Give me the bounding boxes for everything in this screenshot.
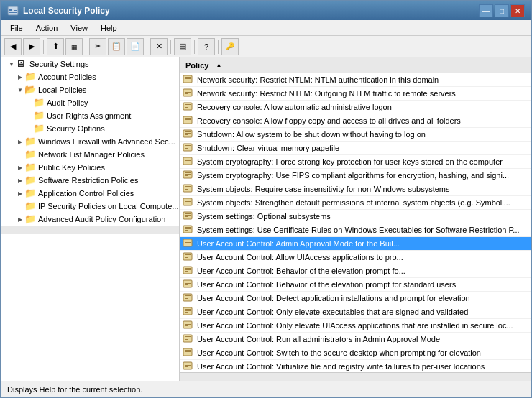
- menu-help[interactable]: Help: [95, 22, 123, 34]
- right-scrollbar-h[interactable]: [180, 372, 531, 381]
- forward-button[interactable]: ▶: [23, 38, 40, 55]
- policy-row-text: System cryptography: Force strong key pr…: [197, 157, 503, 166]
- tree-item-advaudit[interactable]: ▶ 📁 Advanced Audit Policy Configuration: [1, 213, 179, 226]
- svg-rect-76: [185, 312, 188, 313]
- policy-row[interactable]: System cryptography: Use FIPS compliant …: [180, 169, 531, 182]
- policy-row[interactable]: Shutdown: Clear virtual memory pagefile: [180, 142, 531, 155]
- policy-row[interactable]: Recovery console: Allow floppy copy and …: [180, 114, 531, 128]
- tree-item-softrestrict[interactable]: ▶ 📁 Software Restriction Policies: [1, 174, 179, 187]
- tree-item-local-policies[interactable]: ▼ 📂 Local Policies: [1, 83, 179, 96]
- policy-row[interactable]: Network security: Restrict NTLM: Outgoin…: [180, 87, 531, 101]
- tree-item-account-policies[interactable]: ▶ 📁 Account Policies: [1, 70, 179, 83]
- policy-row[interactable]: User Account Control: Only elevate UIAcc…: [180, 319, 531, 333]
- policy-row-text: System cryptography: Use FIPS compliant …: [197, 171, 509, 180]
- left-scrollbar-h[interactable]: [1, 226, 179, 234]
- policy-row-icon: [183, 347, 194, 358]
- up-button[interactable]: ⬆: [47, 38, 64, 55]
- back-button[interactable]: ◀: [4, 38, 22, 55]
- maximize-button[interactable]: □: [495, 4, 509, 17]
- expand-icon-security: ▼: [7, 60, 16, 68]
- tree-item-user-rights[interactable]: ▶ 📁 User Rights Assignment: [1, 109, 179, 122]
- svg-rect-84: [185, 339, 188, 340]
- svg-rect-72: [185, 298, 188, 299]
- toolbar: ◀ ▶ ⬆ ▦ ✂ 📋 📄 ✕ ▤ ? 🔑: [1, 36, 531, 57]
- policy-row[interactable]: User Account Control: Admin Approval Mod…: [180, 237, 531, 251]
- menu-action[interactable]: Action: [30, 22, 64, 34]
- menu-file[interactable]: File: [4, 22, 29, 34]
- svg-rect-23: [185, 133, 191, 134]
- folder-icon-advaudit: 📁: [24, 213, 36, 225]
- main-window: Local Security Policy — □ ✕ File Action …: [0, 0, 532, 398]
- policy-row[interactable]: User Account Control: Run all administra…: [180, 333, 531, 346]
- properties-button[interactable]: ▤: [174, 38, 191, 55]
- menu-view[interactable]: View: [65, 22, 93, 34]
- title-bar-left: Local Security Policy: [7, 5, 110, 17]
- policy-row[interactable]: Network security: Restrict NTLM: NTLM au…: [180, 73, 531, 87]
- svg-rect-86: [185, 350, 191, 351]
- policy-row[interactable]: System objects: Strengthen default permi…: [180, 196, 531, 210]
- tree-label-security-options: Security Options: [47, 124, 105, 133]
- svg-rect-26: [185, 145, 191, 146]
- svg-rect-68: [185, 284, 188, 285]
- policy-column-header[interactable]: Policy ▲: [180, 57, 531, 73]
- policy-row-icon: [183, 306, 194, 318]
- minimize-button[interactable]: —: [479, 4, 493, 17]
- svg-rect-56: [185, 244, 188, 244]
- tree-item-netlist[interactable]: ▶ 📁 Network List Manager Policies: [1, 148, 179, 161]
- svg-rect-90: [185, 364, 191, 364]
- tree-item-audit-policy[interactable]: ▶ 📁 Audit Policy: [1, 96, 179, 109]
- svg-rect-42: [185, 200, 191, 200]
- svg-rect-74: [185, 309, 191, 310]
- title-controls: — □ ✕: [479, 4, 525, 17]
- help-button[interactable]: ?: [198, 38, 215, 55]
- policy-row[interactable]: User Account Control: Detect application…: [180, 292, 531, 305]
- tree-label-audit-policy: Audit Policy: [47, 98, 88, 107]
- policy-row[interactable]: User Account Control: Switch to the secu…: [180, 346, 531, 360]
- policy-row[interactable]: User Account Control: Only elevate execu…: [180, 305, 531, 319]
- cut-button[interactable]: ✂: [89, 38, 106, 55]
- policy-row[interactable]: User Account Control: Behavior of the el…: [180, 278, 531, 292]
- policy-row[interactable]: System objects: Require case insensitivi…: [180, 182, 531, 196]
- expand-icon-advaudit: ▶: [16, 215, 24, 223]
- tree-item-ipsec[interactable]: ▶ 📁 IP Security Policies on Local Comput…: [1, 200, 179, 213]
- export-button[interactable]: 🔑: [221, 38, 239, 55]
- policy-row-icon: [183, 197, 194, 208]
- policy-row[interactable]: User Account Control: Allow UIAccess app…: [180, 251, 531, 264]
- policy-row[interactable]: System settings: Use Certificate Rules o…: [180, 223, 531, 237]
- svg-rect-62: [185, 268, 191, 269]
- policy-row[interactable]: System cryptography: Force strong key pr…: [180, 155, 531, 169]
- svg-rect-38: [185, 186, 191, 187]
- expand-icon-pubkey: ▶: [16, 163, 24, 172]
- policy-row-text: User Account Control: Behavior of the el…: [197, 267, 405, 275]
- policy-row[interactable]: Shutdown: Allow system to be shut down w…: [180, 128, 531, 142]
- policy-row-icon: [183, 251, 194, 263]
- svg-rect-66: [185, 282, 191, 282]
- tree-item-pubkey[interactable]: ▶ 📁 Public Key Policies: [1, 161, 179, 174]
- close-button[interactable]: ✕: [510, 4, 525, 17]
- show-hide-button[interactable]: ▦: [65, 38, 83, 55]
- tree-label-appcontrol: Application Control Policies: [38, 189, 134, 198]
- tree-item-firewall[interactable]: ▶ 📁 Windows Firewall with Advanced Sec..…: [1, 135, 179, 148]
- toolbar-sep-6: [218, 40, 219, 54]
- policy-row-text: System settings: Optional subsystems: [197, 212, 331, 221]
- tree-item-security-settings[interactable]: ▼ 🖥 Security Settings: [1, 57, 179, 70]
- tree-label-advaudit: Advanced Audit Policy Configuration: [38, 215, 165, 223]
- policy-row[interactable]: System settings: Optional subsystems: [180, 210, 531, 223]
- svg-rect-70: [185, 295, 191, 296]
- policy-row-text: User Account Control: Virtualize file an…: [197, 362, 485, 371]
- folder-icon-secopts: 📁: [33, 123, 45, 134]
- svg-rect-63: [185, 269, 191, 270]
- policy-row[interactable]: User Account Control: Behavior of the el…: [180, 264, 531, 278]
- svg-rect-71: [185, 297, 191, 297]
- folder-icon-audit: 📁: [33, 97, 45, 108]
- policy-row[interactable]: Recovery console: Allow automatic admini…: [180, 101, 531, 114]
- copy-button[interactable]: 📋: [108, 38, 125, 55]
- svg-rect-78: [185, 323, 191, 323]
- policy-row-text: User Account Control: Detect application…: [197, 294, 470, 302]
- tree-item-appcontrol[interactable]: ▶ 📁 Application Control Policies: [1, 187, 179, 200]
- tree-item-security-options[interactable]: ▶ 📁 Security Options: [1, 122, 179, 135]
- delete-button[interactable]: ✕: [150, 38, 168, 55]
- paste-button[interactable]: 📄: [127, 38, 144, 55]
- expand-icon-account: ▶: [16, 73, 24, 81]
- svg-rect-39: [185, 188, 191, 188]
